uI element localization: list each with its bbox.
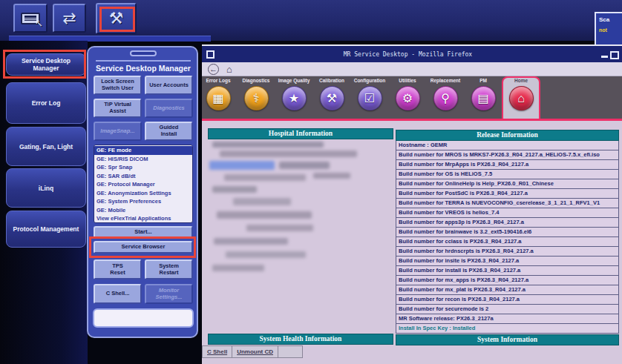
diagnostics-button: Diagnostics	[145, 99, 193, 118]
sidebar-tab-ilinq[interactable]: iLinq	[6, 168, 86, 208]
nav-error-logs[interactable]: Error Logs ▦	[200, 78, 236, 119]
sidebar-tab-error-log[interactable]: Error Log	[6, 82, 86, 124]
list-item-system-preferences[interactable]: GE: System Preferences	[94, 197, 192, 206]
list-item-protocol-manager[interactable]: GE: Protocol Manager	[94, 180, 192, 189]
print-button[interactable]: ↖	[13, 4, 48, 33]
list-item-mobile[interactable]: GE: Mobile	[94, 206, 192, 215]
sdm-text-field[interactable]	[93, 308, 194, 328]
pm-icon: ▤	[471, 86, 496, 110]
imagesnap-button: ImageSnap...	[94, 122, 142, 141]
system-health-information-header: System Health Information	[208, 334, 393, 345]
sidebar-tab-service-desktop-manager[interactable]: Service Desktop Manager	[6, 53, 86, 76]
release-row: Build number for TERRA is NUEVOCONFIG_cs…	[396, 198, 619, 208]
release-row: Build number for install is PX26.3_R04_2…	[396, 265, 619, 276]
nav-diagnostics[interactable]: Diagnostics ⚕	[238, 78, 274, 119]
panel-handle[interactable]	[130, 50, 157, 56]
browser-toolbar: ← ⌂	[202, 62, 622, 76]
sidebar-tab-protocol-management[interactable]: Protocol Management	[6, 211, 86, 248]
corner-text-1: Sca	[599, 16, 622, 23]
window-title: MR Service Desktop - Mozilla Firefox	[215, 51, 601, 58]
list-item-anonymization-settings[interactable]: GE: Anonymization Settings	[94, 189, 192, 198]
back-button[interactable]: ←	[208, 64, 219, 75]
hospital-information-header: Hospital Information	[208, 128, 393, 139]
release-row: Build number for recon is PX26.3_R04_212…	[396, 294, 619, 305]
release-row: MR Software release: PX26.3_2127a	[396, 314, 619, 324]
sdm-button-grid-top: Lock Screen Switch User User Accounts Ti…	[94, 76, 193, 141]
nav-home[interactable]: Home ⌂	[502, 76, 540, 119]
calibration-icon: ⚒	[320, 86, 344, 110]
diagnostics-icon: ⚕	[244, 86, 269, 110]
release-row: Build number for hrdnscrpts is PX26.3_R0…	[396, 246, 619, 257]
tps-reset-button[interactable]: TPS Reset	[94, 259, 142, 279]
utilities-icon: ⚙	[396, 86, 420, 110]
release-information-header: Release Information	[396, 130, 619, 141]
guided-install-button[interactable]: Guided Install	[145, 122, 193, 141]
lock-screen-switch-user-button[interactable]: Lock Screen Switch User	[94, 76, 142, 95]
user-accounts-button[interactable]: User Accounts	[145, 76, 193, 95]
service-desktop-manager-panel: Service Desktop Manager Lock Screen Swit…	[87, 46, 198, 338]
service-nav-bar: Error Logs ▦ Diagnostics ⚕ Image Quality…	[202, 76, 622, 121]
release-row: Build number for OS is HELiOS_7.5	[396, 169, 619, 179]
panel-title: Service Desktop Manager	[88, 64, 198, 73]
release-row-spec-key: Install In Spec Key : Installed	[396, 323, 619, 334]
panel-separator	[96, 60, 191, 62]
monitor-settings-button: Monitor Settings...	[145, 284, 193, 304]
release-row: Build number for VREOS is helios_7.4	[396, 208, 619, 218]
firefox-titlebar: MR Service Desktop - Mozilla Firefox	[202, 46, 622, 62]
nav-replacement[interactable]: Replacement ⚲	[428, 78, 463, 119]
release-row: Build number for cclass is PX26.3_R04_21…	[396, 236, 619, 247]
service-tools-button[interactable]: ⚒	[96, 3, 137, 34]
browser-home-icon[interactable]: ⌂	[226, 64, 232, 75]
release-row: Build number for insite is PX26.3_R04_21…	[396, 256, 619, 266]
release-row: Build number for MROS is MRKS7-PX26.3_R0…	[396, 150, 619, 160]
release-row: Build number for brainwave is 3.2_ext5-1…	[396, 227, 619, 237]
service-application-list: GE: FE mode GE: HIS/RIS DICOM GE: Spr Sn…	[94, 145, 193, 223]
corner-partial-window: Sca not	[595, 12, 622, 46]
image-quality-icon: ★	[282, 86, 307, 110]
c-shell-panel-button[interactable]: C Shell...	[94, 284, 142, 304]
list-item-spr-snap[interactable]: GE: Spr Snap	[94, 163, 192, 172]
nav-pm[interactable]: PM ▤	[465, 78, 501, 119]
c-shell-button[interactable]: C Shell	[203, 346, 232, 357]
unmount-cd-button[interactable]: Unmount CD	[232, 346, 278, 357]
nav-utilities[interactable]: Utilities ⚙	[390, 78, 425, 119]
release-row: Hostname : GEMR	[396, 140, 619, 150]
cursor-arrow-icon: ↖	[35, 18, 43, 29]
home-icon: ⌂	[509, 86, 534, 110]
top-taskbar: ↖ ⇄ ⚒	[0, 0, 622, 41]
error-logs-icon: ▦	[206, 86, 231, 110]
release-information-list: Hostname : GEMR Build number for MROS is…	[396, 141, 619, 334]
image-transfer-button[interactable]: ⇄	[53, 4, 86, 33]
image-transfer-icon: ⇄	[62, 10, 76, 27]
replacement-icon: ⚲	[433, 86, 458, 110]
nav-configuration[interactable]: Configuration ☑	[352, 78, 387, 119]
restore-button[interactable]	[612, 51, 619, 58]
footer-button-group: C Shell Unmount CD	[202, 345, 303, 358]
list-item-view-eflextrial[interactable]: View eFlexTrial Applications	[94, 214, 192, 223]
start-button[interactable]: Start...	[94, 226, 193, 239]
tip-virtual-assist-button[interactable]: TiP Virtual Assist	[94, 99, 142, 118]
release-row: Build number for mx_apps is PX26.3_R04_2…	[396, 275, 619, 285]
release-row: Build number for MrpApps is PX26.3_R04_2…	[396, 159, 619, 170]
release-row: Build number for securemode is 2	[396, 304, 619, 314]
service-tools-icon: ⚒	[109, 10, 124, 27]
list-item-fe-mode[interactable]: GE: FE mode	[94, 146, 192, 155]
corner-text-2: not	[599, 27, 622, 33]
system-information-header: System Information	[396, 334, 619, 345]
release-row: Build number for PostSdC is PX26.3_R04_2…	[396, 188, 619, 199]
system-restart-button[interactable]: System Restart	[145, 259, 193, 279]
nav-image-quality[interactable]: Image Quality ★	[276, 78, 312, 119]
release-row: Build number for OnlineHelp is Help_PX26…	[396, 179, 619, 189]
release-row: Build number for apps3p is PX26.3_R04_21…	[396, 217, 619, 228]
minimize-button[interactable]	[601, 56, 608, 58]
list-item-sar-dbdt[interactable]: GE: SAR dB/dt	[94, 172, 192, 181]
nav-calibration[interactable]: Calibration ⚒	[314, 78, 350, 119]
list-item-hisris-dicom[interactable]: GE: HIS/RIS DICOM	[94, 155, 192, 164]
sdm-button-grid-bottom: TPS Reset System Restart C Shell... Moni…	[94, 259, 193, 304]
service-browser-button[interactable]: Service Browser	[94, 241, 193, 254]
sidebar-tab-gating-fan-light[interactable]: Gating, Fan, Light	[6, 127, 86, 166]
firefox-window: MR Service Desktop - Mozilla Firefox ← ⌂…	[202, 44, 622, 364]
release-row: Build number for mx_plat is PX26.3_R04_2…	[396, 285, 619, 295]
page-content: Hospital Information Release Information…	[202, 121, 622, 364]
configuration-icon: ☑	[358, 86, 382, 110]
